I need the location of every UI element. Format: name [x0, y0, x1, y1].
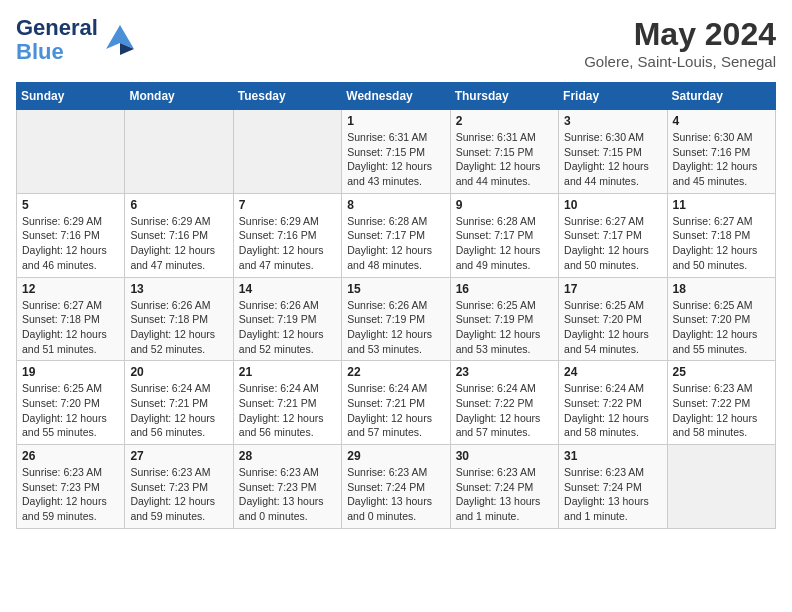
day-number: 1: [347, 114, 444, 128]
day-number: 8: [347, 198, 444, 212]
day-number: 5: [22, 198, 119, 212]
column-header-thursday: Thursday: [450, 83, 558, 110]
day-cell: [667, 445, 775, 529]
day-info: Sunrise: 6:28 AM Sunset: 7:17 PM Dayligh…: [347, 214, 444, 273]
day-cell: 9Sunrise: 6:28 AM Sunset: 7:17 PM Daylig…: [450, 193, 558, 277]
day-info: Sunrise: 6:24 AM Sunset: 7:21 PM Dayligh…: [130, 381, 227, 440]
week-row-1: 1Sunrise: 6:31 AM Sunset: 7:15 PM Daylig…: [17, 110, 776, 194]
day-number: 9: [456, 198, 553, 212]
day-number: 27: [130, 449, 227, 463]
day-info: Sunrise: 6:30 AM Sunset: 7:15 PM Dayligh…: [564, 130, 661, 189]
day-number: 16: [456, 282, 553, 296]
day-info: Sunrise: 6:30 AM Sunset: 7:16 PM Dayligh…: [673, 130, 770, 189]
day-cell: 20Sunrise: 6:24 AM Sunset: 7:21 PM Dayli…: [125, 361, 233, 445]
calendar-header-row: SundayMondayTuesdayWednesdayThursdayFrid…: [17, 83, 776, 110]
day-info: Sunrise: 6:23 AM Sunset: 7:24 PM Dayligh…: [347, 465, 444, 524]
day-number: 7: [239, 198, 336, 212]
day-cell: 18Sunrise: 6:25 AM Sunset: 7:20 PM Dayli…: [667, 277, 775, 361]
day-cell: 31Sunrise: 6:23 AM Sunset: 7:24 PM Dayli…: [559, 445, 667, 529]
day-info: Sunrise: 6:23 AM Sunset: 7:24 PM Dayligh…: [456, 465, 553, 524]
day-number: 14: [239, 282, 336, 296]
day-cell: 17Sunrise: 6:25 AM Sunset: 7:20 PM Dayli…: [559, 277, 667, 361]
day-cell: 24Sunrise: 6:24 AM Sunset: 7:22 PM Dayli…: [559, 361, 667, 445]
column-header-monday: Monday: [125, 83, 233, 110]
day-number: 29: [347, 449, 444, 463]
day-info: Sunrise: 6:24 AM Sunset: 7:21 PM Dayligh…: [347, 381, 444, 440]
day-info: Sunrise: 6:31 AM Sunset: 7:15 PM Dayligh…: [347, 130, 444, 189]
day-number: 2: [456, 114, 553, 128]
day-cell: 1Sunrise: 6:31 AM Sunset: 7:15 PM Daylig…: [342, 110, 450, 194]
day-cell: [233, 110, 341, 194]
calendar-table: SundayMondayTuesdayWednesdayThursdayFrid…: [16, 82, 776, 529]
column-header-saturday: Saturday: [667, 83, 775, 110]
day-cell: 27Sunrise: 6:23 AM Sunset: 7:23 PM Dayli…: [125, 445, 233, 529]
day-cell: [17, 110, 125, 194]
day-info: Sunrise: 6:29 AM Sunset: 7:16 PM Dayligh…: [22, 214, 119, 273]
day-number: 30: [456, 449, 553, 463]
day-number: 26: [22, 449, 119, 463]
day-number: 24: [564, 365, 661, 379]
day-number: 23: [456, 365, 553, 379]
day-info: Sunrise: 6:25 AM Sunset: 7:20 PM Dayligh…: [22, 381, 119, 440]
day-cell: 29Sunrise: 6:23 AM Sunset: 7:24 PM Dayli…: [342, 445, 450, 529]
day-info: Sunrise: 6:25 AM Sunset: 7:20 PM Dayligh…: [673, 298, 770, 357]
week-row-3: 12Sunrise: 6:27 AM Sunset: 7:18 PM Dayli…: [17, 277, 776, 361]
day-info: Sunrise: 6:31 AM Sunset: 7:15 PM Dayligh…: [456, 130, 553, 189]
day-info: Sunrise: 6:27 AM Sunset: 7:18 PM Dayligh…: [673, 214, 770, 273]
column-header-sunday: Sunday: [17, 83, 125, 110]
day-number: 3: [564, 114, 661, 128]
day-cell: 14Sunrise: 6:26 AM Sunset: 7:19 PM Dayli…: [233, 277, 341, 361]
day-info: Sunrise: 6:23 AM Sunset: 7:24 PM Dayligh…: [564, 465, 661, 524]
day-number: 31: [564, 449, 661, 463]
day-cell: 26Sunrise: 6:23 AM Sunset: 7:23 PM Dayli…: [17, 445, 125, 529]
week-row-2: 5Sunrise: 6:29 AM Sunset: 7:16 PM Daylig…: [17, 193, 776, 277]
day-info: Sunrise: 6:24 AM Sunset: 7:22 PM Dayligh…: [456, 381, 553, 440]
day-cell: [125, 110, 233, 194]
day-cell: 11Sunrise: 6:27 AM Sunset: 7:18 PM Dayli…: [667, 193, 775, 277]
logo: General Blue: [16, 16, 138, 64]
day-number: 15: [347, 282, 444, 296]
column-header-tuesday: Tuesday: [233, 83, 341, 110]
day-cell: 22Sunrise: 6:24 AM Sunset: 7:21 PM Dayli…: [342, 361, 450, 445]
day-info: Sunrise: 6:26 AM Sunset: 7:18 PM Dayligh…: [130, 298, 227, 357]
day-cell: 6Sunrise: 6:29 AM Sunset: 7:16 PM Daylig…: [125, 193, 233, 277]
day-cell: 16Sunrise: 6:25 AM Sunset: 7:19 PM Dayli…: [450, 277, 558, 361]
day-info: Sunrise: 6:26 AM Sunset: 7:19 PM Dayligh…: [239, 298, 336, 357]
day-info: Sunrise: 6:23 AM Sunset: 7:22 PM Dayligh…: [673, 381, 770, 440]
day-info: Sunrise: 6:25 AM Sunset: 7:19 PM Dayligh…: [456, 298, 553, 357]
day-cell: 19Sunrise: 6:25 AM Sunset: 7:20 PM Dayli…: [17, 361, 125, 445]
day-number: 10: [564, 198, 661, 212]
day-cell: 8Sunrise: 6:28 AM Sunset: 7:17 PM Daylig…: [342, 193, 450, 277]
day-number: 20: [130, 365, 227, 379]
column-header-friday: Friday: [559, 83, 667, 110]
day-cell: 23Sunrise: 6:24 AM Sunset: 7:22 PM Dayli…: [450, 361, 558, 445]
day-cell: 5Sunrise: 6:29 AM Sunset: 7:16 PM Daylig…: [17, 193, 125, 277]
day-number: 17: [564, 282, 661, 296]
day-cell: 3Sunrise: 6:30 AM Sunset: 7:15 PM Daylig…: [559, 110, 667, 194]
day-number: 28: [239, 449, 336, 463]
day-info: Sunrise: 6:24 AM Sunset: 7:21 PM Dayligh…: [239, 381, 336, 440]
day-number: 11: [673, 198, 770, 212]
day-cell: 30Sunrise: 6:23 AM Sunset: 7:24 PM Dayli…: [450, 445, 558, 529]
day-cell: 12Sunrise: 6:27 AM Sunset: 7:18 PM Dayli…: [17, 277, 125, 361]
day-number: 22: [347, 365, 444, 379]
title-block: May 2024 Golere, Saint-Louis, Senegal: [584, 16, 776, 70]
week-row-4: 19Sunrise: 6:25 AM Sunset: 7:20 PM Dayli…: [17, 361, 776, 445]
day-number: 13: [130, 282, 227, 296]
day-cell: 7Sunrise: 6:29 AM Sunset: 7:16 PM Daylig…: [233, 193, 341, 277]
day-info: Sunrise: 6:28 AM Sunset: 7:17 PM Dayligh…: [456, 214, 553, 273]
day-info: Sunrise: 6:25 AM Sunset: 7:20 PM Dayligh…: [564, 298, 661, 357]
day-number: 18: [673, 282, 770, 296]
day-info: Sunrise: 6:27 AM Sunset: 7:18 PM Dayligh…: [22, 298, 119, 357]
day-number: 6: [130, 198, 227, 212]
day-info: Sunrise: 6:24 AM Sunset: 7:22 PM Dayligh…: [564, 381, 661, 440]
day-cell: 21Sunrise: 6:24 AM Sunset: 7:21 PM Dayli…: [233, 361, 341, 445]
day-info: Sunrise: 6:26 AM Sunset: 7:19 PM Dayligh…: [347, 298, 444, 357]
month-year-title: May 2024: [584, 16, 776, 53]
day-cell: 13Sunrise: 6:26 AM Sunset: 7:18 PM Dayli…: [125, 277, 233, 361]
logo-icon: [100, 21, 138, 59]
week-row-5: 26Sunrise: 6:23 AM Sunset: 7:23 PM Dayli…: [17, 445, 776, 529]
day-info: Sunrise: 6:23 AM Sunset: 7:23 PM Dayligh…: [239, 465, 336, 524]
column-header-wednesday: Wednesday: [342, 83, 450, 110]
logo-text: General Blue: [16, 16, 98, 64]
